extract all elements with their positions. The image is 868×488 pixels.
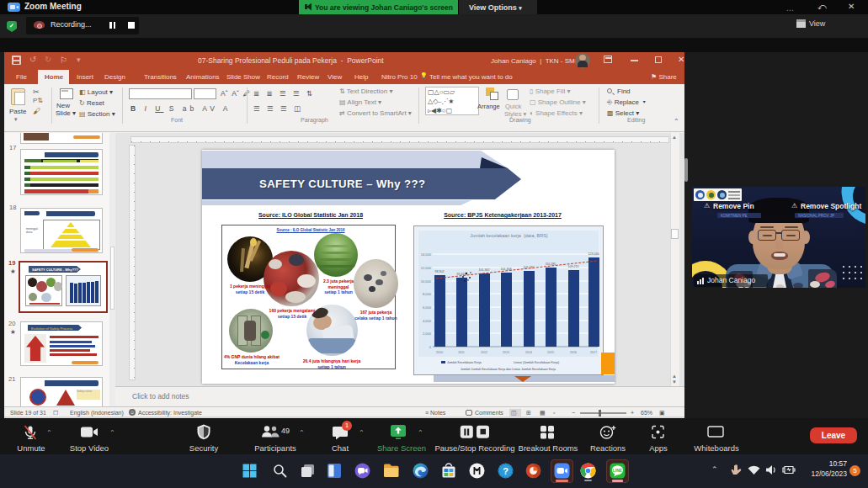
svg-text:Jumlah Kecelakaan Kerja: Jumlah Kecelakaan Kerja bbox=[447, 361, 482, 364]
svg-text:?: ? bbox=[503, 466, 509, 476]
svg-text:10,000: 10,000 bbox=[421, 279, 432, 284]
svg-text:2013: 2013 bbox=[503, 351, 509, 354]
svg-text:Jumlah Jumlah Kecelakaan Kerja: Jumlah Jumlah Kecelakaan Kerja dan Linea… bbox=[461, 368, 556, 371]
svg-text:2012: 2012 bbox=[481, 351, 487, 354]
svg-text:2017: 2017 bbox=[590, 351, 597, 354]
svg-text:0: 0 bbox=[429, 345, 432, 349]
svg-text:Linear (Jumlah Kecelakaan Kerj: Linear (Jumlah Kecelakaan Kerja) bbox=[514, 361, 559, 364]
svg-text:110,285: 110,285 bbox=[546, 263, 556, 266]
svg-text:109,215: 109,215 bbox=[568, 265, 579, 268]
svg-text:123,040: 123,040 bbox=[588, 252, 599, 256]
svg-text:2011: 2011 bbox=[458, 351, 465, 354]
svg-text:2016: 2016 bbox=[570, 351, 577, 354]
svg-text:6,000: 6,000 bbox=[423, 305, 432, 310]
svg-text:2010: 2010 bbox=[436, 351, 443, 354]
svg-text:2,000: 2,000 bbox=[423, 332, 432, 336]
svg-text:101,367: 101,367 bbox=[479, 268, 490, 272]
svg-text:4,000: 4,000 bbox=[423, 319, 432, 323]
svg-text:2015: 2015 bbox=[547, 351, 554, 354]
svg-text:12,000: 12,000 bbox=[421, 266, 432, 270]
svg-text:8,000: 8,000 bbox=[423, 292, 432, 296]
svg-text:LINE: LINE bbox=[613, 468, 623, 473]
svg-text:14,000: 14,000 bbox=[421, 252, 432, 257]
svg-text:98,902: 98,902 bbox=[435, 270, 445, 273]
svg-text:2014: 2014 bbox=[525, 351, 532, 354]
